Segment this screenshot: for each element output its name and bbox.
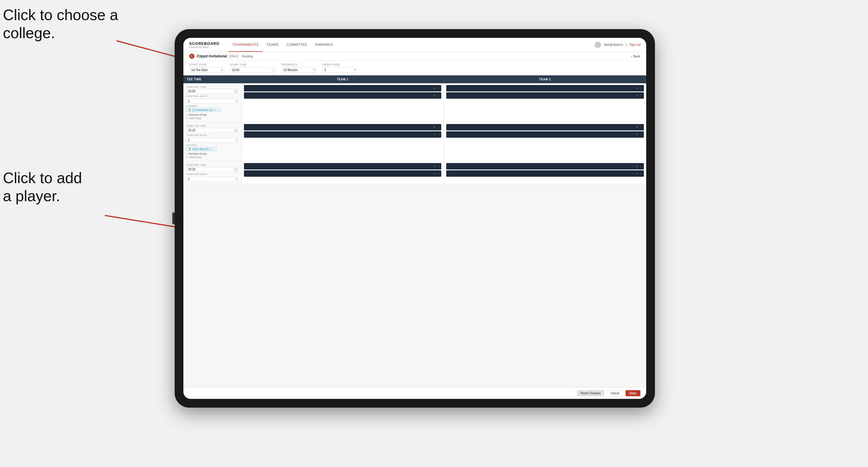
- slot-chevron[interactable]: ⋮: [437, 133, 439, 136]
- intervals-select[interactable]: 10 Minutes 8 Minutes 12 Minutes: [281, 67, 316, 73]
- start-type-label: Start Type: [189, 63, 224, 66]
- course-chip-label-2: East Lake GC: [192, 148, 209, 151]
- slot-x[interactable]: ✕: [636, 87, 638, 90]
- player-slot-t1-2-1[interactable]: ✕ ⋮: [244, 124, 441, 130]
- tablet-side-button: [172, 213, 175, 224]
- player-slot-t1-3-2[interactable]: ✕ ⋮: [244, 170, 441, 177]
- slot-x[interactable]: ✕: [433, 94, 436, 97]
- start-time-label: Start Time: [230, 63, 276, 66]
- slot-chevron[interactable]: ⋮: [640, 165, 642, 168]
- slot-chevron[interactable]: ⋮: [437, 172, 439, 175]
- player-slot-t2-1-2[interactable]: ✕ ⋮: [446, 92, 644, 99]
- slot-x[interactable]: ✕: [636, 94, 638, 97]
- course-chip-label-1: (A) Peachtree GC: [192, 108, 213, 112]
- slot-x[interactable]: ✕: [433, 172, 436, 175]
- slot-x[interactable]: ✕: [433, 87, 436, 90]
- tab-committee[interactable]: COMMITTEE: [283, 38, 311, 52]
- tab-teams[interactable]: TEAMS: [262, 38, 282, 52]
- course-row-1: 🏌 (A) Peachtree GC ✕ ⋮: [186, 108, 238, 112]
- slot-x[interactable]: ✕: [636, 165, 638, 168]
- player-slot-t1-1-2[interactable]: ✕ ⋮: [244, 92, 441, 99]
- starting-time-wrap-1: 🕐: [186, 89, 238, 94]
- slot-chevron[interactable]: ⋮: [437, 126, 439, 129]
- slot-x[interactable]: ✕: [433, 126, 436, 129]
- starting-hole-select-3[interactable]: 1 10: [186, 177, 238, 182]
- slot-chevron[interactable]: ⋮: [640, 172, 642, 175]
- table-header: Tee Time Team 1 Team 2: [183, 75, 646, 83]
- starting-time-wrap-2: 🕐: [186, 128, 238, 133]
- starting-hole-wrap-2: 1 10: [186, 137, 238, 143]
- slot-chevron[interactable]: ⋮: [640, 87, 642, 90]
- group-row-1: STARTING TIME: 🕐 STARTING HOLE: 1 10 COU…: [183, 83, 646, 122]
- player-slot-t1-3-1[interactable]: ✕ ⋮: [244, 163, 441, 169]
- start-type-wrapper: 1st Tee Start Shotgun Start: [189, 67, 224, 73]
- team1-slots-2: ✕ ⋮ ✕ ⋮: [242, 122, 444, 161]
- user-email: blair@clippd.io: [604, 43, 623, 46]
- slot-chevron[interactable]: ⋮: [437, 165, 439, 168]
- add-group-2[interactable]: + Add Group: [186, 156, 238, 159]
- player-slot-t2-1-1[interactable]: ✕ ⋮: [446, 85, 644, 91]
- group-size-label: Group Size: [322, 63, 357, 66]
- team2-slots-2: ✕ ⋮ ✕ ⋮: [444, 122, 646, 161]
- slot-x[interactable]: ✕: [636, 126, 638, 129]
- tournament-badge: C: [189, 54, 194, 59]
- remove-group-1[interactable]: ○ Remove Group: [186, 113, 238, 116]
- start-time-group: Start Time ⓘ: [230, 63, 276, 73]
- intervals-label: Intervals: [281, 63, 316, 66]
- slot-x[interactable]: ✕: [636, 133, 638, 136]
- chip-expand-1[interactable]: ⋮: [217, 109, 219, 112]
- save-button[interactable]: Save: [625, 390, 640, 396]
- start-time-input[interactable]: [230, 67, 276, 73]
- slot-chevron[interactable]: ⋮: [437, 87, 439, 90]
- slot-x[interactable]: ✕: [636, 172, 638, 175]
- top-nav: SCOREBOARD Powered by clippd TOURNAMENTS…: [183, 38, 646, 52]
- chip-close-1[interactable]: ✕: [214, 109, 216, 112]
- slot-chevron[interactable]: ⋮: [640, 94, 642, 97]
- tab-rankings[interactable]: RANKINGS: [311, 38, 337, 52]
- hosting-tag: Hosting: [242, 55, 253, 58]
- remove-group-2[interactable]: ○ Remove Group: [186, 152, 238, 155]
- logo: SCOREBOARD Powered by clippd: [189, 41, 219, 48]
- player-slot-t2-3-1[interactable]: ✕ ⋮: [446, 163, 644, 169]
- start-type-select[interactable]: 1st Tee Start Shotgun Start: [189, 67, 224, 73]
- nav-tabs: TOURNAMENTS TEAMS COMMITTEE RANKINGS: [228, 38, 595, 52]
- settings-row: Start Type 1st Tee Start Shotgun Start S…: [183, 61, 646, 75]
- starting-time-input-1[interactable]: [186, 89, 238, 94]
- player-slot-t2-2-2[interactable]: ✕ ⋮: [446, 131, 644, 138]
- slot-chevron[interactable]: ⋮: [640, 126, 642, 129]
- back-button[interactable]: ‹ Back: [631, 55, 640, 58]
- cancel-button[interactable]: Cancel: [607, 390, 623, 397]
- starting-time-input-2[interactable]: [186, 128, 238, 133]
- tournament-name: Clippd Invitational: [197, 54, 227, 58]
- reset-button[interactable]: Reset Changes: [577, 390, 604, 396]
- starting-hole-select-1[interactable]: 1 10: [186, 99, 238, 104]
- intervals-group: Intervals 10 Minutes 8 Minutes 12 Minute…: [281, 63, 316, 73]
- player-slot-t2-2-1[interactable]: ✕ ⋮: [446, 124, 644, 130]
- starting-time-input-3[interactable]: [186, 167, 238, 172]
- starting-hole-select-2[interactable]: 1 10: [186, 138, 238, 143]
- player-slot-t1-1-1[interactable]: ✕ ⋮: [244, 85, 441, 91]
- player-slot-t2-3-2[interactable]: ✕ ⋮: [446, 170, 644, 177]
- slot-x[interactable]: ✕: [433, 165, 436, 168]
- course-chip-2[interactable]: 🏌 East Lake GC ✕ ⋮: [186, 147, 217, 151]
- course-row-2: 🏌 East Lake GC ✕ ⋮: [186, 147, 238, 151]
- group-1-left: STARTING TIME: 🕐 STARTING HOLE: 1 10 COU…: [183, 83, 242, 122]
- course-chip-1[interactable]: 🏌 (A) Peachtree GC ✕ ⋮: [186, 108, 221, 112]
- slot-x[interactable]: ✕: [433, 133, 436, 136]
- group-row-2: STARTING TIME: 🕐 STARTING HOLE: 1 10 COU…: [183, 122, 646, 161]
- group-size-select[interactable]: 3 2 4: [322, 67, 357, 73]
- chip-expand-2[interactable]: ⋮: [213, 148, 215, 151]
- slot-chevron[interactable]: ⋮: [437, 94, 439, 97]
- annotation-add-player: Click to add a player.: [3, 169, 114, 205]
- course-label-2: COURSE:: [186, 144, 238, 147]
- intervals-wrapper: 10 Minutes 8 Minutes 12 Minutes: [281, 67, 316, 73]
- annotation-choose-college: Click to choose a college.: [3, 6, 125, 42]
- player-slot-t1-2-2[interactable]: ✕ ⋮: [244, 131, 441, 138]
- start-type-group: Start Type 1st Tee Start Shotgun Start: [189, 63, 224, 73]
- slot-chevron[interactable]: ⋮: [640, 133, 642, 136]
- tab-tournaments[interactable]: TOURNAMENTS: [228, 38, 262, 52]
- add-group-1[interactable]: + Add Group: [186, 117, 238, 120]
- tournament-gender: (Men): [229, 54, 238, 58]
- sign-out-link[interactable]: Sign out: [630, 43, 640, 46]
- chip-close-2[interactable]: ✕: [210, 148, 212, 151]
